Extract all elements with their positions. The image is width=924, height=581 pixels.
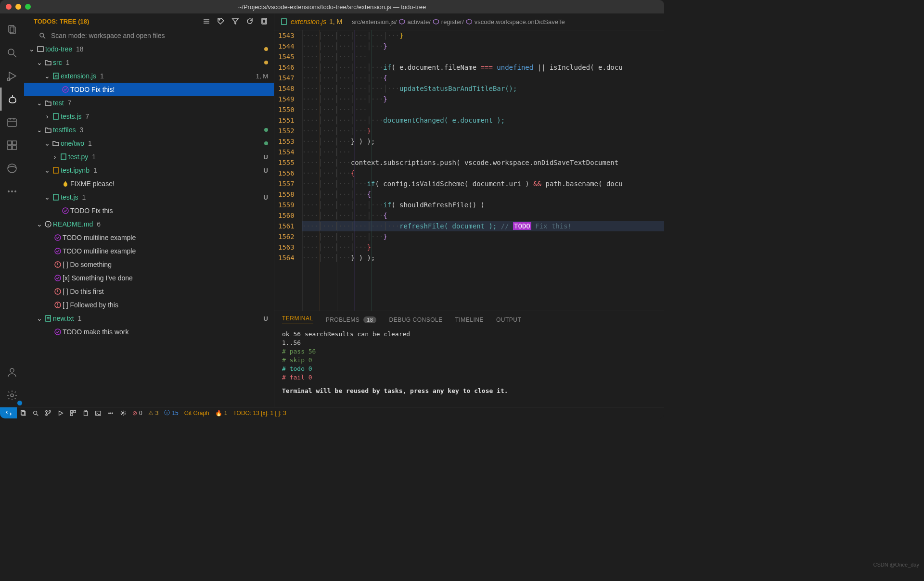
svg-rect-65 [71,410,73,412]
problems-count-badge: 18 [363,316,376,323]
sb-fire[interactable]: 🔥 1 [212,410,231,417]
todo-item-fix-this-2[interactable]: TODO Fix this [24,204,274,217]
sb-search-icon[interactable] [29,410,42,417]
tree-count: 18 [76,45,84,53]
svg-rect-35 [53,194,58,200]
tree-file-extensionjs[interactable]: ⌄ JS extension.js 1 1, M [24,69,274,83]
todo-label: [ ] Followed by this [63,301,118,309]
todo-item-make-work[interactable]: TODO make this work [24,325,274,339]
todo-item-fixme[interactable]: FIXME please! [24,177,274,190]
git-badge: U [264,315,268,322]
breadcrumb-item[interactable]: src/extension.js/ [352,18,397,25]
svg-rect-66 [74,410,76,412]
svg-rect-32 [53,114,58,119]
tag-icon[interactable] [217,17,225,25]
explorer-icon[interactable] [0,18,24,41]
todo-check-icon [61,207,70,215]
sb-gear-icon[interactable] [117,410,129,417]
tree-folder-src[interactable]: ⌄ src 1 [24,56,274,69]
sb-warnings[interactable]: ⚠ 3 [145,410,162,417]
search-icon[interactable] [0,41,24,64]
svg-rect-34 [53,167,58,173]
account-icon[interactable] [0,361,24,384]
sb-files-icon[interactable] [17,410,29,417]
extensions-icon[interactable] [0,134,24,157]
refresh-icon[interactable] [246,17,254,25]
breadcrumb-item[interactable]: activate/ [407,18,430,25]
chevron-down-icon: ⌄ [36,99,43,107]
breadcrumb[interactable]: src/extension.js/ activate/ register/ vs… [348,18,565,25]
todo-item-followed[interactable]: [ ] Followed by this [24,298,274,312]
more-icon[interactable] [0,180,24,203]
chevron-down-icon: ⌄ [36,315,43,322]
tree-folder-testfiles[interactable]: ⌄ testfiles 3 [24,123,274,137]
sb-ext-icon[interactable] [67,410,79,417]
sb-gitgraph[interactable]: Git Graph [181,410,212,417]
tree-count: 3 [79,126,83,134]
todo-item-do-first[interactable]: [ ] Do this first [24,285,274,298]
todo-tree-icon[interactable] [0,88,24,111]
sb-more-icon[interactable] [104,410,117,417]
todo-item-fix-this[interactable]: TODO Fix this! [24,83,274,96]
sb-todo-counts[interactable]: TODO: 13 [x]: 1 [ ]: 3 [230,410,289,417]
close-window-button[interactable] [6,4,12,10]
sidebar-title: TODOS: TREE (18) [34,18,203,25]
symbol-method-icon [466,18,473,25]
run-debug-icon[interactable] [0,64,24,88]
svg-point-2 [8,49,14,55]
chevron-down-icon: ⌄ [43,72,51,80]
remote-button[interactable] [0,407,17,418]
statusbar: ⊘ 0 ⚠ 3 ⓘ 15 Git Graph 🔥 1 TODO: 13 [x]:… [0,407,664,418]
sb-clip-icon[interactable] [79,410,92,417]
js-file-icon [51,193,61,201]
debug-console-tab[interactable]: DEBUG CONSOLE [389,316,442,323]
chevron-down-icon: ⌄ [36,126,43,134]
tree-label: new.txt [53,315,74,322]
calendar-icon[interactable] [0,111,24,134]
tree-folder-test[interactable]: ⌄ test 7 [24,96,274,110]
filter-icon[interactable] [231,17,239,25]
list-icon[interactable] [203,17,210,25]
editor-pane: extension.js 1, M src/extension.js/ acti… [274,13,664,407]
svg-rect-56 [282,19,286,25]
breadcrumb-item[interactable]: vscode.workspace.onDidSaveTe [475,18,565,25]
terminal-output[interactable]: ok 56 searchResults can be cleared 1..56… [274,328,664,407]
tree-file-newtxt[interactable]: ⌄ new.txt 1 U [24,312,274,325]
tree-file-testipynb[interactable]: ⌄ test.ipynb 1 U [24,164,274,177]
tree-file-testpy[interactable]: › test.py 1 U [24,150,274,164]
sb-branch-icon[interactable] [42,410,54,417]
terminal-line: 1..56 [282,339,656,347]
svg-rect-13 [13,141,16,145]
export-icon[interactable] [260,17,268,25]
settings-gear-icon[interactable] [0,384,24,407]
svg-line-60 [37,414,38,416]
problems-tab[interactable]: PROBLEMS 18 [326,316,377,323]
svg-point-72 [110,413,111,414]
scan-mode-row[interactable]: Scan mode: workspace and open files [24,29,274,42]
tree-file-testjs2[interactable]: ⌄ test.js 1 U [24,190,274,204]
timeline-tab[interactable]: TIMELINE [455,316,484,323]
terminal-tab[interactable]: TERMINAL [282,315,313,324]
sb-info[interactable]: ⓘ 15 [161,409,181,417]
maximize-window-button[interactable] [25,4,31,10]
tree-label: one/two [61,139,84,147]
todo-item-something-done[interactable]: [x] Something I've done [24,271,274,285]
todo-item-multiline-2[interactable]: TODO multiline example [24,244,274,258]
tree-file-testsjs[interactable]: › tests.js 7 [24,110,274,123]
output-tab[interactable]: OUTPUT [496,316,521,323]
tree-label: test [53,99,64,107]
tree-file-readme[interactable]: ⌄ README.md 6 [24,217,274,231]
minimize-window-button[interactable] [15,4,21,10]
sb-term-icon[interactable] [92,410,104,417]
tree-root[interactable]: ⌄ todo-tree 18 [24,42,274,56]
todo-item-do-something[interactable]: [ ] Do something [24,258,274,271]
todo-item-multiline-1[interactable]: TODO multiline example [24,231,274,244]
untracked-dot-icon [264,128,268,132]
sphere-icon[interactable] [0,157,24,180]
code-editor[interactable]: 1543154415451546154715481549155015511552… [274,30,664,311]
editor-tab[interactable]: extension.js 1, M [274,13,348,30]
tree-folder-onetwo[interactable]: ⌄ one/two 1 [24,137,274,150]
sb-errors[interactable]: ⊘ 0 [129,410,145,417]
breadcrumb-item[interactable]: register/ [441,18,464,25]
sb-debug-icon[interactable] [54,410,67,417]
